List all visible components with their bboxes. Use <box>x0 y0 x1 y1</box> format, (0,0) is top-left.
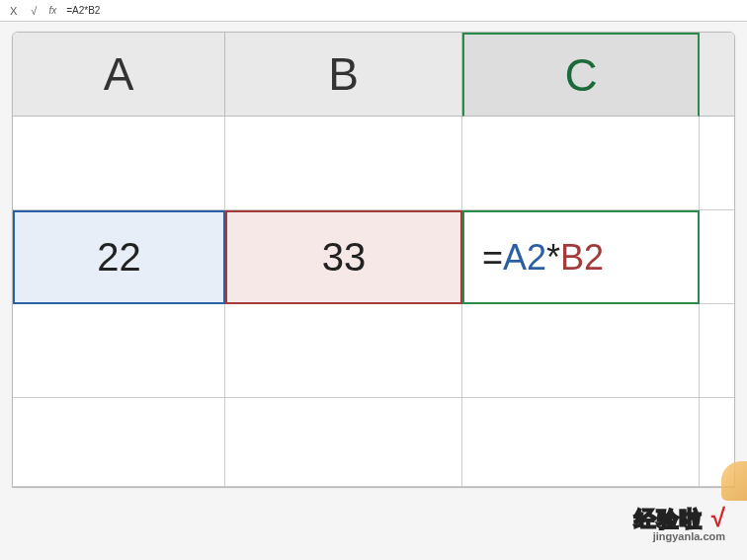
corner-accent <box>721 461 747 501</box>
watermark: 经验啦 √ jingyanla.com <box>634 505 725 542</box>
cell-a4[interactable] <box>13 398 225 487</box>
cell-b1[interactable] <box>225 117 462 210</box>
cell-d1[interactable] <box>700 117 735 210</box>
column-header-d[interactable] <box>700 33 735 117</box>
cell-c2[interactable]: =A2*B2 <box>462 210 700 304</box>
grid: A B C 22 33 =A2*B2 <box>13 33 734 487</box>
cell-a1[interactable] <box>13 117 225 210</box>
formula-input[interactable]: =A2*B2 <box>66 5 739 16</box>
formula-ref-b2: B2 <box>560 237 604 279</box>
spreadsheet: A B C 22 33 =A2*B2 <box>12 32 735 488</box>
fx-icon[interactable]: fx <box>48 5 56 16</box>
cell-d3[interactable] <box>700 304 735 398</box>
confirm-button[interactable]: √ <box>29 5 39 17</box>
watermark-site: jingyanla.com <box>634 531 725 542</box>
formula-bar: X √ fx =A2*B2 <box>0 0 747 22</box>
watermark-brand: 经验啦 <box>634 509 703 530</box>
cell-b4[interactable] <box>225 398 462 487</box>
watermark-check-icon: √ <box>711 503 725 532</box>
cell-b3[interactable] <box>225 304 462 398</box>
cell-b2[interactable]: 33 <box>225 210 462 304</box>
cell-d2[interactable] <box>700 210 735 304</box>
formula-ref-a2: A2 <box>503 237 546 279</box>
cell-c4[interactable] <box>462 398 700 487</box>
column-header-c[interactable]: C <box>462 33 700 117</box>
cell-a3[interactable] <box>13 304 225 398</box>
cell-c3[interactable] <box>462 304 700 398</box>
formula-operator: * <box>546 237 560 279</box>
sheet-container: A B C 22 33 =A2*B2 <box>0 22 747 488</box>
cell-a2[interactable]: 22 <box>13 210 225 304</box>
formula-equals: = <box>482 237 503 279</box>
column-header-a[interactable]: A <box>13 33 225 117</box>
column-header-b[interactable]: B <box>225 33 462 117</box>
cancel-button[interactable]: X <box>8 5 19 17</box>
cell-c1[interactable] <box>462 117 700 210</box>
